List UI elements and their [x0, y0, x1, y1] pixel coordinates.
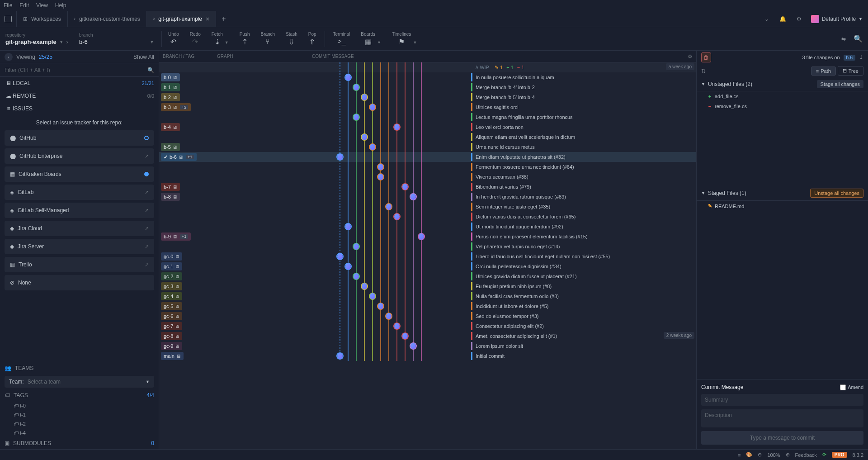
staged-section[interactable]: ▼Staged Files (1)Unstage all changes — [697, 186, 868, 201]
commit-row[interactable]: Vel pharetra vel turpis nunc eget (#14) — [159, 242, 696, 251]
commit-node[interactable] — [418, 233, 425, 240]
tab-home[interactable] — [0, 11, 17, 27]
stage-all-button[interactable]: Stage all changes — [817, 80, 863, 88]
back-button[interactable]: ‹ — [5, 53, 13, 61]
branch-tag[interactable]: gc-4🖥 — [161, 292, 182, 300]
commit-node[interactable] — [393, 123, 401, 131]
unstaged-section[interactable]: ▼Unstaged Files (2)Stage all changes — [697, 77, 868, 91]
commit-node[interactable] — [361, 283, 368, 290]
tracker-jira-server[interactable]: ◆Jira Server↗ — [5, 239, 154, 254]
unstage-all-button[interactable]: Unstage all changes — [810, 189, 863, 198]
timelines-button[interactable]: Timelines⚑▼ — [387, 30, 421, 48]
tab-example[interactable]: ›git-graph-example× — [147, 11, 216, 27]
commit-node[interactable] — [410, 193, 417, 200]
commit-node[interactable] — [393, 322, 401, 330]
feedback-link[interactable]: Feedback — [795, 452, 817, 458]
commit-node[interactable] — [336, 253, 344, 260]
branch-tag[interactable]: gc-2🖥 — [161, 272, 182, 280]
commit-row[interactable]: gc-2🖥Ultrices gravida dictum fusce ut pl… — [159, 271, 696, 281]
branch-tag[interactable]: main🖥 — [161, 352, 184, 360]
search-icon[interactable]: 🔍 — [854, 34, 863, 43]
commit-node[interactable] — [369, 104, 376, 111]
branch-tag[interactable]: gc-5🖥 — [161, 302, 182, 310]
commit-row[interactable]: gc-8🖥Amet, consectetur adipiscing elit (… — [159, 331, 696, 341]
branch-tag[interactable]: b-9🖥+1 — [161, 232, 191, 241]
tab-add[interactable]: + — [216, 15, 231, 23]
tracker-github[interactable]: ⬤GitHub — [5, 130, 154, 146]
tag-t-0[interactable]: 🏷 t-0 — [0, 401, 159, 410]
show-all-button[interactable]: Show All — [133, 54, 154, 60]
commit-node[interactable] — [377, 163, 384, 171]
filter-input[interactable] — [5, 67, 147, 73]
file-item[interactable]: −remove_file.cs — [697, 101, 868, 111]
commit-row[interactable]: b-1🖥Merge branch 'b-4' into b-2 — [159, 82, 696, 92]
commit-row[interactable]: Sem integer vitae justo eget (#35) — [159, 202, 696, 212]
tree-view-button[interactable]: ⊟Tree — [838, 66, 863, 76]
search-icon[interactable]: 🔍 — [147, 67, 154, 73]
wip-row[interactable]: // WIP ✎ 1 + 1 − 1 a week ago — [159, 62, 696, 72]
branch-tag[interactable]: gc-3🖥 — [161, 282, 182, 290]
commit-node[interactable] — [361, 133, 368, 141]
tab-workspaces[interactable]: ⊞Workspaces — [17, 11, 68, 27]
branch-tag[interactable]: ✓b-6🖥+1 — [161, 153, 197, 161]
menu-file[interactable]: File — [4, 2, 12, 9]
tracker-none[interactable]: ⊘None — [5, 275, 154, 290]
commit-node[interactable] — [353, 114, 360, 121]
commit-row[interactable]: b-9🖥+1Purus non enim praesent elementum … — [159, 232, 696, 242]
tracker-jira-cloud[interactable]: ◆Jira Cloud↗ — [5, 221, 154, 236]
tag-t-2[interactable]: 🏷 t-2 — [0, 419, 159, 428]
boards-button[interactable]: Boards▦▼ — [356, 30, 386, 48]
profile-selector[interactable]: Default Profile▼ — [811, 15, 863, 23]
commit-row[interactable]: Ut morbi tincidunt augue interdum (#92) — [159, 222, 696, 232]
tracker-github-enterprise[interactable]: ⬤GitHub Enterprise↗ — [5, 148, 154, 164]
tag-t-4[interactable]: 🏷 t-4 — [0, 428, 159, 437]
commit-node[interactable] — [385, 313, 392, 320]
tracker-trello[interactable]: ▦Trello↗ — [5, 257, 154, 272]
discard-button[interactable]: 🗑 — [701, 52, 711, 62]
commit-row[interactable]: b-4🖥Leo vel orci porta non — [159, 122, 696, 132]
commit-node[interactable] — [353, 273, 360, 280]
commit-row[interactable]: Dictum varius duis at consectetur lorem … — [159, 212, 696, 222]
sort-icon[interactable]: ⇅ — [701, 68, 706, 74]
list-icon[interactable]: ≡ — [738, 452, 741, 458]
commit-row[interactable]: gc-4🖥Nulla facilisi cras fermentum odio … — [159, 291, 696, 301]
commit-node[interactable] — [353, 243, 360, 250]
commit-node[interactable] — [410, 342, 417, 350]
branch-button[interactable]: Branch⑂ — [256, 30, 279, 47]
terminal-button[interactable]: Terminal>_ — [329, 30, 355, 47]
commit-node[interactable] — [377, 303, 384, 310]
tracker-gitkraken-boards[interactable]: ▦GitKraken Boards — [5, 166, 154, 182]
branch-tag[interactable]: b-5🖥 — [161, 143, 180, 151]
amend-checkbox[interactable]: Amend — [840, 384, 863, 390]
graph-body[interactable]: // WIP ✎ 1 + 1 − 1 a week ago b-0🖥In nul… — [159, 62, 696, 449]
commit-row[interactable]: b-5🖥Urna nunc id cursus metus — [159, 142, 696, 152]
commit-row[interactable]: gc-5🖥Incididunt ut labore et dolore (#5) — [159, 301, 696, 311]
push-button[interactable]: Push⇡ — [235, 30, 255, 48]
commit-row[interactable]: gc-3🖥Eu feugiat pretium nibh ipsum (#8) — [159, 281, 696, 291]
gear-icon[interactable]: ⚙ — [795, 14, 804, 24]
sync-icon[interactable]: ⟳ — [822, 452, 826, 458]
menu-view[interactable]: View — [36, 2, 48, 9]
commit-row[interactable]: gc-1🖥Orci nulla pellentesque dignissim (… — [159, 261, 696, 271]
branch-tag[interactable]: b-8🖥 — [161, 193, 180, 201]
commit-row[interactable]: gc-6🖥Sed do eiusmod tempor (#3) — [159, 311, 696, 321]
menu-help[interactable]: Help — [55, 2, 66, 9]
commit-node[interactable] — [385, 203, 392, 210]
team-select[interactable]: Team:Select a team▼ — [5, 376, 154, 388]
file-item[interactable]: +add_file.cs — [697, 91, 868, 101]
branch-tag[interactable]: gc-9🖥 — [161, 342, 182, 350]
commit-row[interactable]: b-3🖥+2Ultrices sagittis orci — [159, 102, 696, 112]
commit-row[interactable]: b-8🖥In hendrerit gravida rutrum quisque … — [159, 192, 696, 202]
palette-icon[interactable]: 🎨 — [746, 452, 752, 458]
commit-node[interactable] — [344, 223, 352, 230]
zoom-in-icon[interactable]: ⊕ — [786, 452, 790, 458]
diff-icon[interactable]: ⇋ — [839, 34, 848, 43]
description-input[interactable] — [701, 409, 863, 427]
repo-selector[interactable]: repository git-graph-example▼› — [0, 31, 74, 47]
menu-edit[interactable]: Edit — [19, 2, 29, 9]
branch-tag[interactable]: gc-7🖥 — [161, 322, 182, 330]
commit-button[interactable]: Type a message to commit — [701, 431, 863, 445]
commit-row[interactable]: b-7🖥Bibendum at varius (#79) — [159, 182, 696, 192]
commit-node[interactable] — [369, 293, 376, 300]
commit-node[interactable] — [336, 352, 344, 360]
